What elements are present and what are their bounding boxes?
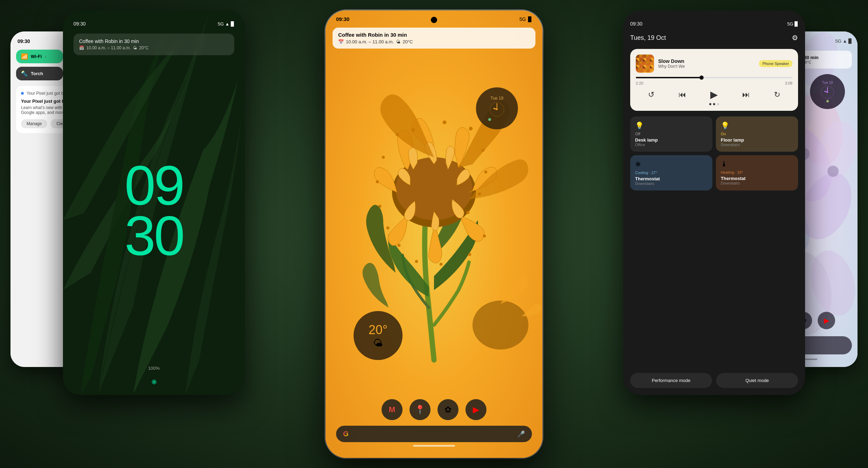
heating-status: Heating · 16° [721, 170, 793, 174]
phone4-status-icons: 5G ▉ [787, 21, 798, 27]
phone5-clock-svg [820, 85, 835, 100]
phone3-clock-dot [488, 118, 491, 121]
phone2-fingerprint[interactable]: ⁕ [73, 376, 234, 388]
cooling-name: Thermostat [635, 176, 707, 181]
phone3-notif-time: 10.00 a.m. – 11.00 a.m. [346, 39, 394, 44]
svg-point-46 [827, 92, 828, 93]
performance-mode-button[interactable]: Performance mode [630, 373, 712, 388]
forward30-button[interactable]: ↻ [774, 90, 780, 99]
phone3-time: 09:30 [336, 16, 349, 22]
analog-clock-svg [488, 101, 506, 118]
youtube-app-icon[interactable]: ▶ [465, 399, 486, 420]
phone3-search-bar[interactable]: G 🎤 [336, 426, 532, 442]
music-controls: ↺ ⏮ ▶ ⏭ ↻ [636, 89, 792, 100]
p5-youtube-icon[interactable]: ▶ [818, 312, 835, 329]
phone-smarthome: 09:30 5G ▉ Tues, 19 Oct ⚙ Slow Down Why … [623, 10, 805, 395]
phone3-clock-widget: Tue 19 [476, 87, 518, 129]
music-top-row: Slow Down Why Don't We Phone Speaker [636, 55, 792, 73]
heating-location: Downstairs [721, 181, 793, 185]
phone2-notif-temp: 20°C [139, 45, 149, 50]
phone2-status-icons: 5G ▲ ▉ [218, 21, 234, 27]
play-button[interactable]: ▶ [710, 89, 718, 100]
phone2-content: 09:30 5G ▲ ▉ Coffee with Robin in 30 min… [63, 10, 245, 395]
phone2-notification: Coffee with Robin in 30 min 📅 10.00 a.m.… [73, 34, 234, 55]
phone2-battery: 100% [73, 366, 234, 371]
phone5-clock-widget: Tue 19 [810, 74, 845, 109]
phone5-status-icons: 5G ▲ ▉ [835, 38, 852, 44]
floor-lamp-status: On [721, 132, 793, 136]
floor-lamp-card[interactable]: 💡 On Floor lamp Downstairs [716, 116, 798, 152]
phone2-notif-time: 10.00 a.m. – 11.00 a.m. [86, 45, 131, 50]
phone2-clock-text: 0930 [124, 160, 183, 261]
phone3-temp: 20°C [403, 39, 413, 44]
phone3-notif-title: Coffee with Robin in 30 min [338, 32, 530, 38]
phone1-time: 09:30 [17, 38, 30, 44]
phone5-clock-wrapper: Tue 19 [810, 74, 848, 109]
phone4-time: 09:30 [630, 21, 642, 27]
calendar-icon-3: 📅 [338, 39, 344, 44]
wifi-icon: 📶 [21, 53, 28, 60]
prev-button[interactable]: ⏮ [678, 90, 686, 99]
desk-lamp-name: Desk lamp [635, 137, 707, 143]
phone3-clock-day: Tue 19 [488, 96, 506, 101]
phone-main: 09:30 5G ▉ Coffee with Robin in 30 min 📅… [326, 10, 542, 458]
phone3-clock-face [488, 101, 506, 118]
music-progress-bar[interactable] [636, 77, 792, 78]
svg-point-25 [496, 109, 498, 110]
phone4-date: Tues, 19 Oct [630, 34, 666, 42]
maps-icon: 📍 [415, 405, 425, 415]
cooling-status: Cooling · 27° [635, 171, 707, 175]
phone5-clock-day: Tue 19 [822, 81, 833, 85]
phone4-date-row: Tues, 19 Oct ⚙ [630, 34, 798, 42]
youtube-icon: ▶ [473, 405, 479, 415]
heating-name: Thermostat [721, 176, 793, 181]
cooling-icon: ❄ [635, 160, 707, 168]
album-art-image [636, 55, 654, 73]
torch-icon: 🔦 [21, 70, 28, 77]
search-mic-icon[interactable]: 🎤 [517, 430, 525, 438]
phone3-temperature: 20° [369, 323, 387, 337]
desk-lamp-status: Off [635, 132, 707, 136]
progress-thumb [699, 75, 704, 80]
settings-gear-icon[interactable]: ⚙ [792, 34, 798, 42]
phone3-status-bar: 09:30 5G ▉ [326, 10, 542, 25]
phone5-status-dot [826, 100, 829, 102]
torch-tile[interactable]: 🔦 Torch [16, 67, 63, 80]
phone2-overlay: 09:30 5G ▲ ▉ Coffee with Robin in 30 min… [63, 10, 245, 395]
phone3-battery-icon: ▉ [528, 16, 532, 22]
phone3-overlay: 09:30 5G ▉ Coffee with Robin in 30 min 📅… [326, 10, 542, 458]
floor-lamp-icon: 💡 [721, 121, 793, 130]
dot-2 [713, 103, 715, 105]
heating-icon: 🌡 [721, 160, 793, 168]
desk-lamp-card[interactable]: 💡 Off Desk lamp Office [630, 116, 712, 152]
music-dots [636, 103, 792, 105]
cooling-thermostat-card[interactable]: ❄ Cooling · 27° Thermostat Downstairs [630, 155, 712, 190]
phone-lockscreen: 09:30 5G ▲ ▉ Coffee with Robin in 30 min… [63, 10, 245, 395]
floor-lamp-location: Downstairs [721, 143, 793, 147]
floor-lamp-name: Floor lamp [721, 137, 793, 143]
desk-lamp-icon: 💡 [635, 121, 707, 130]
wifi-tile[interactable]: 📶 Wi-Fi › [16, 50, 63, 63]
phone3-weather-widget: 20° 🌤 [354, 311, 403, 360]
phone3-notif-sub: 📅 10.00 a.m. – 11.00 a.m. 🌤 20°C [338, 39, 530, 44]
quiet-mode-button[interactable]: Quiet mode [716, 373, 798, 388]
fan-app-icon[interactable]: ✿ [437, 399, 458, 420]
torch-label: Torch [31, 71, 43, 76]
gmail-app-icon[interactable]: M [382, 399, 403, 420]
current-time: 2:20 [636, 81, 643, 85]
phone2-status: 09:30 5G ▲ ▉ [73, 21, 234, 27]
gmail-icon: M [389, 405, 395, 414]
next-button[interactable]: ⏭ [742, 90, 750, 99]
desk-lamp-location: Office [635, 143, 707, 147]
phone2-notif-weather-icon: 🌤 [133, 45, 137, 50]
phone4-content: 09:30 5G ▉ Tues, 19 Oct ⚙ Slow Down Why … [623, 10, 805, 395]
fan-icon: ✿ [444, 405, 451, 415]
replay-button[interactable]: ↺ [648, 90, 654, 99]
wifi-chevron: › [45, 54, 46, 59]
manage-button[interactable]: Manage [21, 119, 47, 128]
maps-app-icon[interactable]: 📍 [410, 399, 431, 420]
phone3-dock-apps: M 📍 ✿ ▶ [333, 399, 535, 420]
phone2-notif-sub: 📅 10.00 a.m. – 11.00 a.m. 🌤 20°C [79, 45, 229, 50]
song-artist: Why Don't We [658, 64, 755, 69]
heating-thermostat-card[interactable]: 🌡 Heating · 16° Thermostat Downstairs [716, 155, 798, 190]
